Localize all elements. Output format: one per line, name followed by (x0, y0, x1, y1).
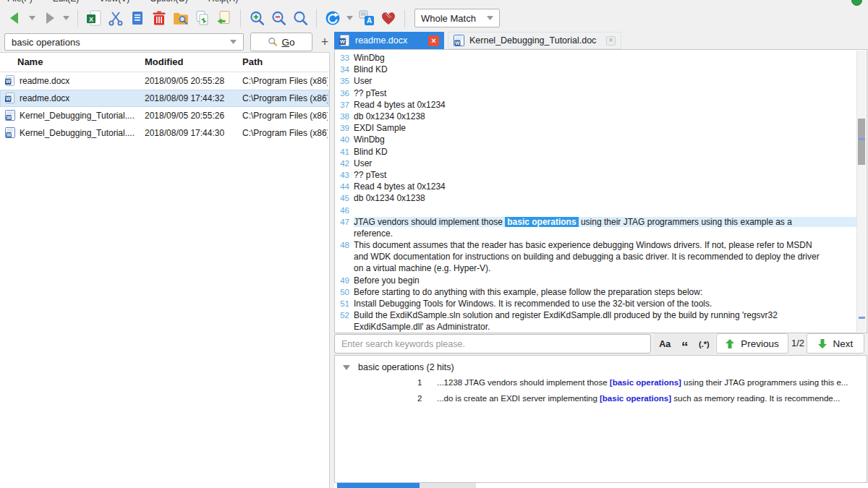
line-number: 41 (335, 147, 354, 156)
export-page-button[interactable] (215, 9, 234, 27)
line-text: WinDbg (354, 53, 856, 63)
chevron-down-icon (230, 40, 237, 44)
search-query-combobox[interactable]: basic operations (4, 33, 244, 51)
doc-line: 41Blind KD (335, 146, 856, 158)
find-input[interactable] (334, 334, 651, 354)
refresh-button[interactable] (323, 9, 342, 27)
search-icon (292, 9, 310, 27)
back-button[interactable] (6, 9, 25, 27)
table-row[interactable]: W readme.docx 2018/09/05 20:55:28 C:\Pro… (0, 72, 329, 90)
results-group-header[interactable]: basic operations (2 hits) (343, 362, 454, 372)
doc-line: 52Build the ExdiKdSample.sln solution an… (335, 309, 856, 321)
menu-file[interactable]: File(F) (7, 0, 33, 4)
word-doc-icon: W (5, 93, 15, 106)
line-number: 40 (335, 135, 354, 144)
line-number: 47 (335, 218, 354, 226)
whole-word-button[interactable]: “ (681, 343, 689, 351)
toolbar-separator (240, 9, 241, 27)
column-header-modified[interactable]: Modified (145, 56, 183, 67)
cut-button[interactable] (106, 9, 125, 27)
results-tab-inactive[interactable] (420, 483, 476, 488)
menu-edit[interactable]: Edit(E) (53, 0, 80, 4)
excel-export-icon: X (85, 9, 103, 27)
line-number: 34 (335, 65, 354, 74)
line-text: Install Debugging Tools for Windows. It … (354, 299, 856, 309)
go-button[interactable]: Go (250, 33, 312, 51)
column-header-name[interactable]: Name (17, 56, 43, 67)
previous-button[interactable]: Previous (716, 333, 788, 354)
translate-button[interactable]: A (357, 9, 376, 27)
svg-text:W: W (340, 38, 346, 45)
menu-view[interactable]: View(V) (99, 0, 129, 4)
doc-line: 44Read 4 bytes at 0x1234 (335, 181, 856, 192)
line-number: 48 (335, 241, 354, 249)
close-icon[interactable]: × (606, 36, 616, 46)
table-row-selected[interactable]: W readme.docx 2018/08/09 17:44:32 C:\Pro… (0, 90, 329, 107)
match-mode-select[interactable]: Whole Match (414, 9, 500, 27)
back-dropdown-button[interactable] (27, 9, 37, 27)
file-name: Kernel_Debugging_Tutorial.... (20, 111, 135, 121)
zoom-out-button[interactable] (269, 9, 288, 27)
line-number: 35 (335, 77, 354, 85)
tab-kernel-debugging-tutorial[interactable]: W Kernel_Debugging_Tutorial.doc × (448, 32, 621, 49)
doc-line: 43?? pTest (335, 169, 856, 181)
file-modified: 2018/08/09 17:44:30 (145, 128, 224, 138)
search-button[interactable] (291, 9, 310, 27)
folder-search-button[interactable] (171, 9, 190, 27)
result-row[interactable]: 2 ...do is create an EXDI server impleme… (417, 394, 864, 403)
line-number: 36 (335, 89, 354, 98)
vertical-scrollbar[interactable] (856, 51, 866, 332)
line-number: 51 (335, 299, 354, 308)
line-text: User (354, 76, 856, 86)
trash-icon (150, 9, 168, 27)
add-search-tab-button[interactable]: + (318, 33, 331, 51)
regex-button[interactable]: (.*) (699, 340, 710, 348)
line-number: 45 (335, 194, 354, 202)
column-header-path[interactable]: Path (242, 56, 263, 67)
toolbar-separator (316, 9, 317, 27)
copy-pages-button[interactable] (193, 9, 212, 27)
line-text: JTAG vendors should implement those basi… (354, 217, 856, 227)
translate-icon: A (358, 9, 375, 27)
search-icon (268, 37, 278, 47)
file-path: C:\Program Files (x86)\ (242, 76, 328, 86)
next-button[interactable]: Next (807, 333, 864, 354)
tab-readme-docx[interactable]: W readme.docx × (334, 32, 444, 49)
delete-button[interactable] (150, 9, 169, 27)
close-icon[interactable]: × (428, 35, 439, 46)
line-number: 46 (335, 206, 354, 215)
refresh-icon (324, 9, 341, 27)
favorite-button[interactable] (379, 9, 398, 27)
line-text: Read 4 bytes at 0x1234 (354, 181, 856, 192)
excel-export-button[interactable]: X (85, 9, 103, 27)
forward-button[interactable] (40, 9, 59, 27)
chevron-down-icon (346, 16, 353, 20)
line-number: 37 (335, 100, 354, 109)
tab-label: Kernel_Debugging_Tutorial.doc (469, 35, 596, 46)
svg-text:W: W (7, 132, 11, 137)
result-row[interactable]: 1 ...1238 JTAG vendors should implement … (417, 378, 864, 387)
collapse-triangle-icon[interactable] (343, 365, 350, 370)
forward-dropdown-button[interactable] (61, 9, 71, 27)
line-number: 39 (335, 124, 354, 132)
svg-text:W: W (6, 79, 11, 84)
refresh-dropdown-button[interactable] (345, 9, 354, 27)
menu-help[interactable]: Help(H) (208, 0, 238, 4)
line-number: 43 (335, 171, 354, 179)
results-tab-active[interactable] (337, 483, 420, 488)
heart-icon (380, 9, 397, 27)
line-text: Before you begin (354, 275, 856, 286)
zoom-in-button[interactable] (247, 9, 266, 27)
result-number: 2 (417, 394, 437, 403)
scrollbar-thumb[interactable] (858, 119, 865, 165)
document-viewer[interactable]: 33WinDbg34Blind KD35User36?? pTest37Read… (334, 49, 867, 333)
menu-option[interactable]: Option(O) (150, 0, 188, 4)
tab-label: readme.docx (355, 35, 407, 46)
doc-line: 51Install Debugging Tools for Windows. I… (335, 298, 856, 309)
table-row[interactable]: W Kernel_Debugging_Tutorial.... 2018/08/… (0, 124, 329, 142)
line-text: reference. (354, 228, 856, 239)
doc-line: ExdiKdSample.dll' as Administrator. (335, 321, 856, 333)
match-case-button[interactable]: Aa (659, 339, 671, 349)
table-row[interactable]: W Kernel_Debugging_Tutorial.... 2018/09/… (0, 107, 329, 124)
document-button[interactable] (128, 9, 147, 27)
